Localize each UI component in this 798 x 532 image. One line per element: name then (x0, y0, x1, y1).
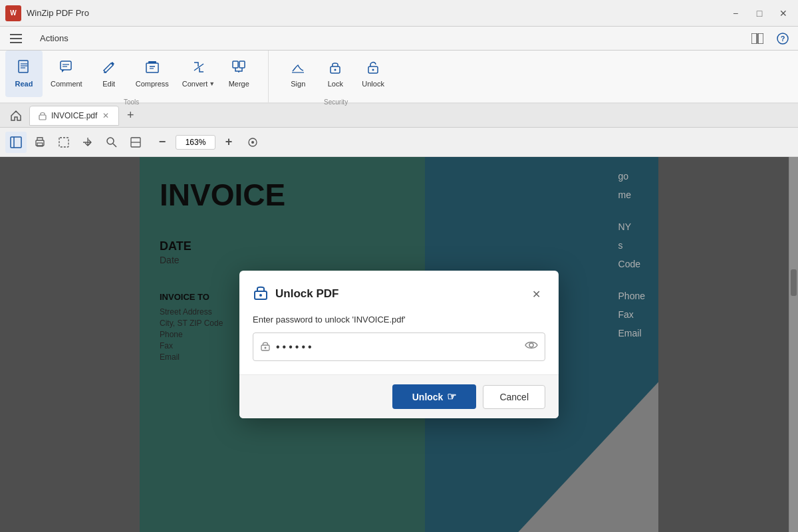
select-icon (58, 136, 70, 148)
svg-text:?: ? (781, 35, 785, 43)
menubar-right-controls: ? (747, 29, 793, 49)
tab-filename: INVOICE.pdf (51, 111, 97, 120)
dialog-body: Enter password to unlock 'INVOICE.pdf' (239, 315, 559, 374)
svg-rect-16 (148, 61, 156, 63)
svg-rect-19 (233, 61, 238, 68)
toolbar-edit[interactable]: Edit (90, 51, 128, 97)
password-lock-icon (260, 340, 271, 354)
app-title: WinZip PDF Pro (27, 8, 726, 18)
dialog-footer: Unlock ☞ Cancel (239, 374, 559, 418)
hamburger-menu[interactable] (5, 28, 27, 49)
select-button[interactable] (53, 132, 74, 153)
lock-label: Lock (328, 80, 343, 88)
compress-label: Compress (136, 80, 169, 88)
split-view-button[interactable] (747, 29, 767, 49)
merge-label: Merge (229, 80, 249, 88)
security-group-label: Security (279, 98, 392, 108)
secondary-toolbar: − 163% + (0, 128, 798, 157)
home-icon (10, 110, 22, 122)
toolbar-merge[interactable]: Merge (220, 51, 257, 97)
read-label: Read (15, 80, 33, 88)
toolbar-lock[interactable]: Lock (317, 51, 354, 97)
app-logo: W (5, 5, 21, 21)
zoom-level: 163% (176, 135, 215, 150)
minimize-button[interactable]: − (726, 4, 745, 23)
scan-button[interactable] (125, 132, 146, 153)
tools-group-label: Tools (5, 98, 257, 108)
svg-line-33 (113, 144, 116, 147)
convert-dropdown-icon: ▼ (209, 80, 215, 87)
svg-point-37 (251, 141, 254, 144)
svg-point-25 (372, 69, 374, 71)
menubar: Actions ? (0, 27, 798, 51)
unlock-button[interactable]: Unlock ☞ (392, 384, 477, 409)
search-button[interactable] (101, 132, 122, 153)
maximize-button[interactable]: □ (750, 4, 769, 23)
svg-rect-11 (61, 61, 71, 70)
cursor-icon: ☞ (447, 390, 456, 403)
edit-icon (102, 60, 116, 78)
split-view-icon (751, 33, 763, 44)
svg-rect-4 (758, 33, 763, 44)
panel-toggle-button[interactable] (5, 132, 27, 153)
sign-icon (291, 60, 305, 78)
tab-lock-icon (38, 111, 47, 120)
svg-rect-2 (10, 42, 22, 43)
svg-point-42 (529, 343, 533, 347)
comment-icon (59, 60, 74, 78)
zoom-out-button[interactable]: − (152, 132, 173, 153)
unlock-pdf-dialog: Unlock PDF ✕ Enter password to unlock 'I… (239, 271, 559, 418)
close-button[interactable]: ✕ (774, 4, 793, 23)
dialog-lock-icon (253, 284, 269, 304)
svg-rect-15 (146, 63, 158, 72)
edit-label: Edit (102, 80, 115, 88)
window-controls: − □ ✕ (726, 4, 793, 23)
toolbar-unlock[interactable]: Unlock (354, 51, 392, 97)
svg-rect-1 (10, 38, 22, 39)
titlebar: W WinZip PDF Pro − □ ✕ (0, 0, 798, 27)
print-button[interactable] (29, 132, 51, 153)
dialog-title: Unlock PDF (275, 287, 520, 301)
cancel-button[interactable]: Cancel (483, 385, 545, 409)
fit-page-icon (247, 136, 259, 148)
password-field-container (253, 332, 545, 361)
dialog-prompt-text: Enter password to unlock 'INVOICE.pdf' (253, 315, 545, 325)
show-password-toggle[interactable] (525, 338, 538, 355)
svg-point-23 (334, 69, 336, 71)
svg-rect-7 (19, 61, 28, 72)
svg-point-32 (107, 138, 114, 144)
hamburger-icon (10, 34, 22, 43)
tab-close-button[interactable]: ✕ (101, 110, 110, 122)
convert-label: Convert (182, 80, 208, 88)
main-toolbar: Read Comment (0, 51, 798, 104)
actions-menu[interactable]: Actions (32, 31, 76, 46)
svg-point-39 (259, 294, 262, 297)
dialog-close-button[interactable]: ✕ (527, 285, 545, 303)
svg-rect-27 (11, 137, 21, 148)
toolbar-comment[interactable]: Comment (43, 51, 90, 97)
pan-button[interactable] (77, 132, 98, 153)
zoom-in-button[interactable]: + (218, 132, 239, 153)
compress-icon (145, 60, 160, 78)
unlock-icon (366, 60, 380, 78)
print-icon (34, 136, 46, 148)
dialog-header: Unlock PDF ✕ (239, 271, 559, 315)
dialog-overlay: Unlock PDF ✕ Enter password to unlock 'I… (0, 157, 798, 532)
toolbar-compress[interactable]: Compress (128, 51, 177, 97)
toolbar-convert[interactable]: Convert ▼ (177, 51, 220, 97)
toolbar-sign[interactable]: Sign (279, 51, 317, 97)
pdf-tab[interactable]: INVOICE.pdf ✕ (29, 106, 119, 126)
svg-rect-0 (10, 34, 22, 35)
toolbar-read[interactable]: Read (5, 51, 43, 97)
merge-icon (231, 60, 246, 78)
panel-icon (10, 136, 22, 148)
read-icon (17, 60, 31, 78)
help-button[interactable]: ? (773, 29, 793, 49)
password-input[interactable] (276, 341, 525, 353)
svg-rect-31 (59, 138, 68, 147)
scan-icon (130, 136, 142, 148)
sign-label: Sign (291, 80, 305, 88)
unlock-label: Unlock (362, 80, 384, 88)
fit-page-button[interactable] (242, 132, 263, 153)
new-tab-button[interactable]: + (122, 107, 139, 124)
